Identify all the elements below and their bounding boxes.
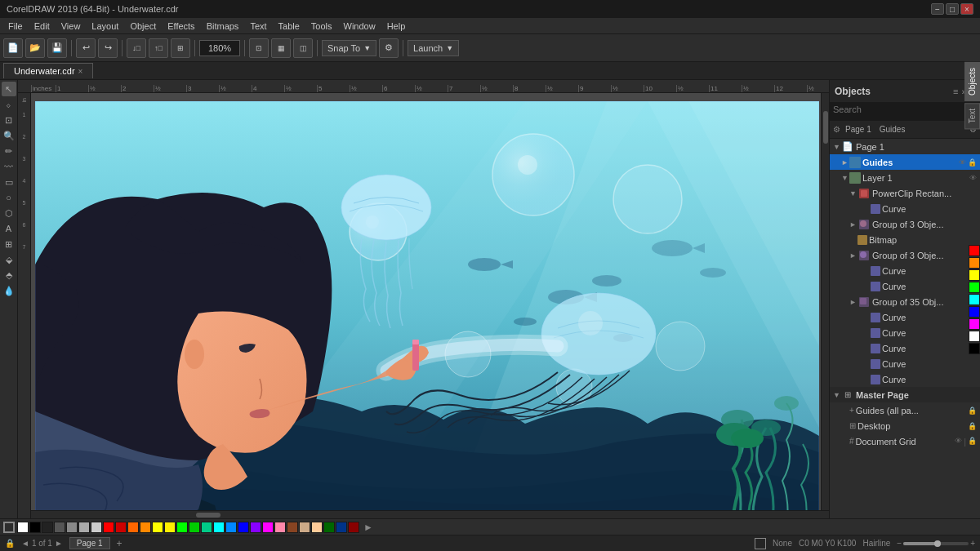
menu-file[interactable]: File xyxy=(3,20,28,33)
tree-curve8[interactable]: Curve xyxy=(830,371,980,387)
fill-tool[interactable]: ⬙ xyxy=(2,252,16,267)
zoom-slider[interactable] xyxy=(903,542,969,545)
pal-red[interactable] xyxy=(103,522,114,533)
pal-gray5[interactable] xyxy=(91,522,102,533)
snap-settings-button[interactable]: ⚙ xyxy=(379,38,399,58)
masterpage-arrow[interactable]: ▼ xyxy=(833,391,841,399)
pal-gray2[interactable] xyxy=(54,522,65,533)
table-tool[interactable]: ⊞ xyxy=(2,237,16,251)
color-blue[interactable] xyxy=(969,306,980,318)
menu-effects[interactable]: Effects xyxy=(163,20,199,33)
menu-object[interactable]: Object xyxy=(125,20,161,33)
save-button[interactable]: 💾 xyxy=(47,38,67,58)
undo-button[interactable]: ↩ xyxy=(76,38,96,58)
pal-blue2[interactable] xyxy=(238,522,249,533)
fill-no-fill-icon[interactable] xyxy=(755,538,766,549)
pal-dark-red[interactable] xyxy=(348,522,359,533)
tree-group2[interactable]: ► Group of 3 Obje... xyxy=(830,247,980,263)
view-button[interactable]: ▦ xyxy=(271,38,291,58)
prev-page-btn[interactable]: ◄ xyxy=(21,539,29,548)
text-tool[interactable]: A xyxy=(2,221,16,236)
open-button[interactable]: 📂 xyxy=(25,38,45,58)
new-button[interactable]: 📄 xyxy=(3,38,23,58)
tree-curve5[interactable]: Curve xyxy=(830,325,980,340)
objects-settings-icon[interactable]: ⚙ xyxy=(833,125,840,134)
pal-yellow[interactable] xyxy=(152,522,163,533)
tree-group1[interactable]: ► Group of 3 Obje... xyxy=(830,216,980,232)
launch-button[interactable]: Launch ▼ xyxy=(408,40,459,56)
pal-red2[interactable] xyxy=(115,522,127,533)
pal-gray1[interactable] xyxy=(42,522,53,533)
rect-tool[interactable]: ▭ xyxy=(2,175,16,189)
doc-lock-icon[interactable]: 🔒 xyxy=(5,539,15,548)
close-tab-icon[interactable]: × xyxy=(78,67,83,76)
h-scrollbar[interactable] xyxy=(31,510,829,518)
objects-panel-menu[interactable]: ≡ xyxy=(953,87,958,96)
group2-arrow[interactable]: ► xyxy=(849,251,858,260)
snap-to-dropdown[interactable]: Snap To ▼ xyxy=(322,40,376,56)
color-green[interactable] xyxy=(969,282,980,293)
artwork[interactable]: Mark Anthony J. Guzman xyxy=(35,101,819,518)
menu-help[interactable]: Help xyxy=(382,20,411,33)
pal-cyan[interactable] xyxy=(213,522,225,533)
smartdraw-tool[interactable]: 〰 xyxy=(2,159,16,174)
guides-lock[interactable]: 🔒 xyxy=(968,158,977,167)
select-tool[interactable]: ↖ xyxy=(2,82,16,96)
palette-scroll-right[interactable]: ► xyxy=(363,522,373,533)
guides-all-lock[interactable]: 🔒 xyxy=(968,407,977,415)
polygon-tool[interactable]: ⬡ xyxy=(2,206,16,220)
pal-dark-green[interactable] xyxy=(323,522,335,533)
color-cyan[interactable] xyxy=(969,294,980,305)
menu-layout[interactable]: Layout xyxy=(87,20,123,33)
tree-curve3[interactable]: Curve xyxy=(830,278,980,294)
add-page-btn[interactable]: + xyxy=(117,538,122,549)
dropper-tool[interactable]: 💧 xyxy=(2,283,16,298)
tree-curve1[interactable]: Curve xyxy=(830,201,980,216)
color-black[interactable] xyxy=(969,343,980,354)
page1-arrow[interactable]: ▼ xyxy=(833,143,841,151)
pal-dark-blue[interactable] xyxy=(336,522,347,533)
objects-search-input[interactable] xyxy=(833,104,977,114)
maximize-button[interactable]: □ xyxy=(946,3,959,15)
pal-orange[interactable] xyxy=(127,522,139,533)
pal-black[interactable] xyxy=(29,522,41,533)
objects-tab-page[interactable]: Page 1 xyxy=(842,123,875,136)
powerclip-arrow[interactable]: ▼ xyxy=(849,189,858,198)
tree-group35[interactable]: ► Group of 35 Obj... xyxy=(830,294,980,309)
publish-button[interactable]: ⊞ xyxy=(171,38,190,58)
zoom-minus[interactable]: − xyxy=(897,539,902,548)
pal-tan[interactable] xyxy=(299,522,310,533)
menu-window[interactable]: Window xyxy=(339,20,381,33)
pal-gray4[interactable] xyxy=(78,522,90,533)
pal-white[interactable] xyxy=(17,522,29,533)
group35-arrow[interactable]: ► xyxy=(849,298,858,306)
page-name-tab[interactable]: Page 1 xyxy=(69,537,110,549)
tree-powerclip[interactable]: ▼ PowerClip Rectan... xyxy=(830,185,980,201)
v-scrollbar[interactable] xyxy=(821,93,829,510)
no-fill-swatch[interactable] xyxy=(3,522,15,533)
view-button2[interactable]: ◫ xyxy=(293,38,313,58)
color-red[interactable] xyxy=(969,245,980,256)
color-yellow[interactable] xyxy=(969,269,980,281)
desktop-lock[interactable]: 🔒 xyxy=(968,422,977,430)
pal-purple[interactable] xyxy=(250,522,261,533)
ellipse-tool[interactable]: ○ xyxy=(2,190,16,205)
minimize-button[interactable]: − xyxy=(931,3,944,15)
pal-yellow2[interactable] xyxy=(164,522,176,533)
tree-desktop[interactable]: ⊞ Desktop 🔒 xyxy=(830,418,980,433)
zoom-slider-thumb[interactable] xyxy=(934,540,941,547)
canvas[interactable]: Mark Anthony J. Guzman xyxy=(31,93,829,518)
pal-skin[interactable] xyxy=(311,522,323,533)
import-button[interactable]: ↓□ xyxy=(127,38,146,58)
close-button[interactable]: × xyxy=(960,3,973,15)
color-white[interactable] xyxy=(969,331,980,342)
menu-table[interactable]: Table xyxy=(274,20,305,33)
tree-curve7[interactable]: Curve xyxy=(830,356,980,371)
zoom-tool[interactable]: 🔍 xyxy=(2,128,16,143)
menu-edit[interactable]: Edit xyxy=(29,20,55,33)
color-orange[interactable] xyxy=(969,257,980,269)
tree-guides-all[interactable]: + Guides (all pa... 🔒 xyxy=(830,402,980,418)
zoom-input[interactable]: 180% xyxy=(199,40,240,56)
color-magenta[interactable] xyxy=(969,318,980,330)
grid-lock[interactable]: 🔒 xyxy=(968,437,977,447)
